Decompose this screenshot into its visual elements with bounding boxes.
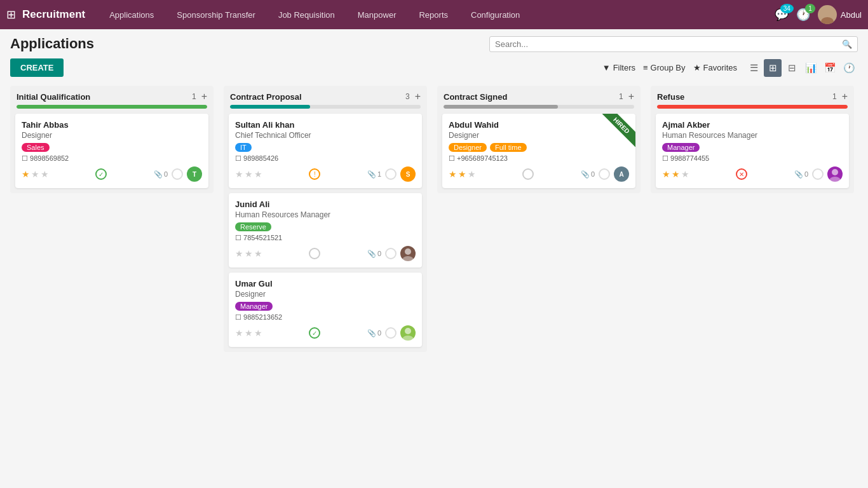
card-stars[interactable]: ★★★: [235, 328, 262, 338]
svg-point-5: [402, 336, 414, 341]
card-phone: 989885426: [235, 154, 416, 163]
search-bar: 🔍: [489, 36, 858, 52]
kanban-card[interactable]: Sultan Ali khan Chief Technical Officer …: [229, 114, 422, 188]
card-role: Designer: [235, 290, 416, 299]
card-phone: 9885213652: [235, 313, 416, 322]
clip-number: 0: [804, 170, 808, 178]
activity-status: [385, 327, 397, 339]
card-avatar: [827, 166, 843, 182]
column-title: Contract Signed: [444, 92, 507, 102]
svg-point-0: [824, 9, 831, 17]
column-add-button[interactable]: +: [842, 91, 848, 102]
activity-icon[interactable]: 🕐 1: [796, 8, 810, 22]
activity-view-icon[interactable]: 🕐: [840, 59, 858, 77]
nav-manpower[interactable]: Manpower: [346, 0, 408, 29]
user-avatar[interactable]: Abdul: [818, 5, 862, 24]
card-stars[interactable]: ★★★: [662, 169, 689, 179]
kanban-card[interactable]: Junid Ali Human Resources Manager Reserv…: [229, 193, 422, 268]
column-add-button[interactable]: +: [415, 91, 421, 102]
status-circle: !: [309, 168, 320, 180]
activity-badge: 1: [805, 4, 815, 13]
view-icons: ☰ ⊞ ⊟ 📊 📅 🕐: [745, 59, 858, 77]
card-avatar: [400, 325, 416, 341]
column-add-button[interactable]: +: [628, 91, 634, 102]
messages-icon[interactable]: 💬 34: [775, 8, 789, 22]
kanban-card[interactable]: HIRED Abdul Wahid Designer DesignerFull …: [442, 114, 635, 188]
groupby-button[interactable]: ≡ Group By: [643, 63, 686, 72]
column-header: Refuse 1 +: [651, 86, 854, 105]
clip-number: 0: [591, 170, 595, 178]
create-button[interactable]: CREATE: [10, 58, 64, 77]
card-role: Chief Technical Officer: [235, 131, 416, 140]
card-tags: IT: [235, 143, 416, 152]
star: ★: [662, 169, 670, 179]
card-tags: Manager: [235, 302, 416, 311]
star: ★: [245, 248, 253, 259]
nav-configuration[interactable]: Configuration: [459, 0, 531, 29]
kanban-card[interactable]: Ajmal Akber Human Resources Manager Mana…: [656, 114, 849, 188]
card-avatar: T: [187, 166, 202, 182]
card-tag: Manager: [662, 143, 700, 152]
card-stars[interactable]: ★★★: [22, 169, 49, 179]
list-view-icon[interactable]: ☰: [745, 59, 763, 77]
paperclip-icon: 📎: [794, 170, 803, 179]
search-input[interactable]: [495, 39, 842, 49]
kanban-view-icon[interactable]: ⊞: [764, 59, 782, 77]
grid-menu-icon[interactable]: ⊞: [6, 8, 16, 22]
nav-applications[interactable]: Applications: [98, 0, 165, 29]
table-view-icon[interactable]: ⊟: [783, 59, 801, 77]
card-stars[interactable]: ★★★: [235, 169, 262, 179]
card-meta: 📎 0 A: [581, 166, 629, 182]
avatar-image: [818, 5, 837, 24]
search-icon[interactable]: 🔍: [842, 39, 852, 49]
messages-badge: 34: [780, 4, 794, 13]
column-title: Refuse: [657, 92, 684, 102]
card-meta: 📎 1 S: [367, 166, 416, 182]
nav-reports[interactable]: Reports: [407, 0, 459, 29]
toolbar: CREATE ▼ Filters ≡ Group By ★ Favorites …: [10, 58, 858, 77]
clip-count: 📎 0: [367, 250, 381, 258]
status-circle: ✓: [309, 327, 320, 339]
chart-view-icon[interactable]: 📊: [802, 59, 820, 77]
favorites-button[interactable]: ★ Favorites: [693, 63, 737, 72]
card-name: Tahir Abbas: [22, 120, 202, 130]
star: ★: [245, 169, 253, 179]
filters-button[interactable]: ▼ Filters: [602, 63, 635, 72]
column-progress-bar: [657, 105, 848, 109]
activity-status: [172, 168, 183, 180]
kanban-card[interactable]: Tahir Abbas Designer Sales 9898569852 ★★…: [15, 114, 208, 188]
star: ★: [254, 248, 262, 259]
nav-sponsorship-transfer[interactable]: Sponsorship Transfer: [165, 0, 267, 29]
status-circle: ✕: [736, 168, 747, 180]
card-name: Junid Ali: [235, 200, 416, 209]
column-header: Initial Qualification 1 +: [10, 86, 214, 105]
card-name: Ajmal Akber: [662, 120, 843, 130]
activity-status: [385, 248, 397, 259]
card-stars[interactable]: ★★★: [449, 169, 476, 179]
content-area: Applications 🔍 CREATE ▼ Filters ≡ Group …: [0, 29, 868, 358]
card-phone: 7854521521: [235, 234, 416, 242]
user-name: Abdul: [841, 10, 862, 20]
card-avatar: [400, 246, 416, 261]
column-count: 3: [405, 92, 410, 101]
clip-number: 0: [377, 329, 381, 337]
card-tags: Manager: [662, 143, 843, 152]
column-cards: Tahir Abbas Designer Sales 9898569852 ★★…: [10, 114, 214, 193]
kanban-card[interactable]: Umar Gul Designer Manager 9885213652 ★★★…: [229, 273, 422, 347]
column-count: 1: [832, 92, 837, 101]
card-phone: +965689745123: [449, 154, 629, 163]
favorites-label: Favorites: [703, 63, 737, 72]
column-add-button[interactable]: +: [201, 91, 207, 102]
column-cards: Ajmal Akber Human Resources Manager Mana…: [651, 114, 854, 193]
card-meta: 📎 0 T: [154, 166, 202, 182]
card-meta: 📎 0: [794, 166, 843, 182]
clip-count: 📎 1: [367, 170, 381, 179]
column-header: Contract Signed 1 +: [437, 86, 641, 105]
card-meta: 📎 0: [367, 325, 416, 341]
card-stars[interactable]: ★★★: [235, 248, 262, 259]
nav-job-requisition[interactable]: Job Requisition: [267, 0, 346, 29]
card-tags: DesignerFull time: [449, 143, 629, 152]
calendar-view-icon[interactable]: 📅: [821, 59, 839, 77]
card-meta: 📎 0: [367, 246, 416, 261]
groupby-label: Group By: [651, 63, 686, 72]
